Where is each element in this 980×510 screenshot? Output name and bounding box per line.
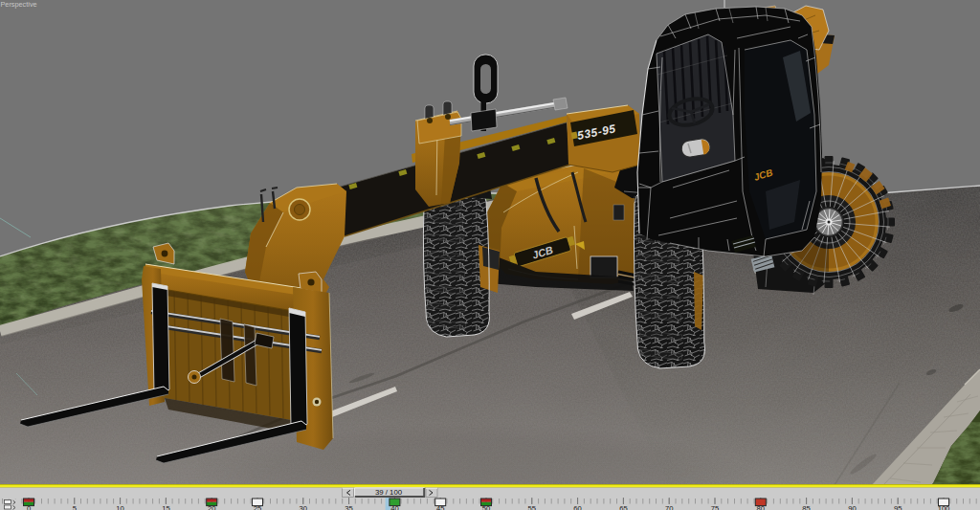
svg-text:5: 5 <box>73 504 77 510</box>
svg-text:39 / 100: 39 / 100 <box>375 488 403 497</box>
svg-text:Perspective: Perspective <box>1 0 37 9</box>
svg-text:65: 65 <box>619 504 627 510</box>
svg-text:85: 85 <box>802 504 810 510</box>
svg-text:90: 90 <box>848 504 856 510</box>
svg-text:35: 35 <box>345 504 352 510</box>
svg-text:60: 60 <box>573 504 581 510</box>
svg-text:55: 55 <box>528 504 536 510</box>
svg-text:75: 75 <box>711 504 719 510</box>
svg-text:95: 95 <box>894 504 902 510</box>
svg-text:70: 70 <box>665 504 673 510</box>
svg-text:30: 30 <box>300 504 307 510</box>
svg-text:15: 15 <box>162 504 169 510</box>
svg-text:10: 10 <box>116 504 123 510</box>
